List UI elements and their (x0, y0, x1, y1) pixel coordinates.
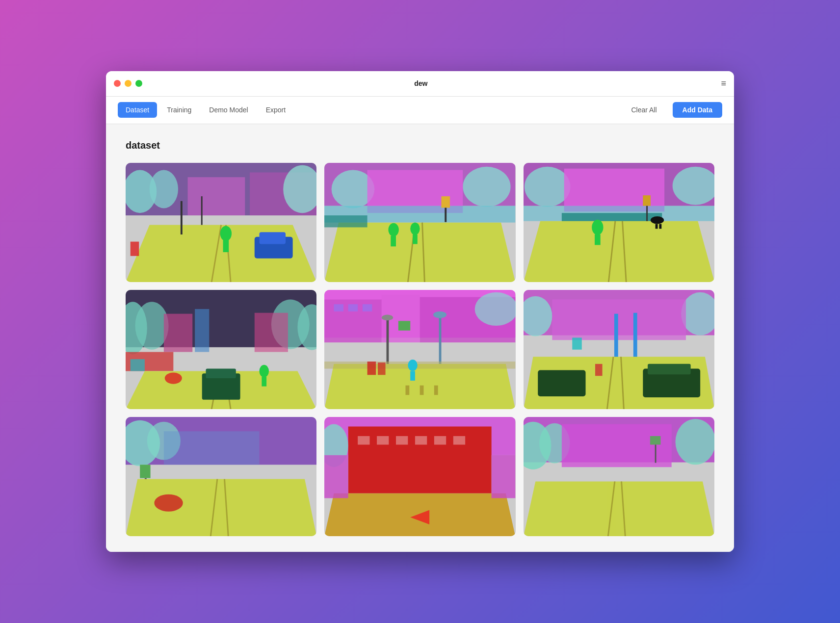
svg-rect-52 (164, 313, 192, 352)
nav-bar: Dataset Training Demo Model Export Clear… (106, 97, 734, 124)
svg-rect-129 (650, 436, 660, 445)
svg-rect-61 (206, 368, 236, 378)
svg-rect-69 (334, 304, 343, 312)
close-button[interactable] (114, 80, 121, 87)
svg-rect-10 (260, 232, 286, 244)
svg-rect-86 (434, 385, 438, 394)
svg-rect-12 (223, 240, 229, 252)
svg-rect-118 (453, 436, 465, 445)
image-card-1[interactable] (126, 163, 316, 282)
svg-rect-43 (646, 206, 648, 221)
svg-rect-42 (643, 195, 651, 206)
svg-rect-63 (262, 377, 266, 386)
svg-rect-25 (391, 235, 396, 246)
tab-export[interactable]: Export (258, 102, 293, 118)
svg-point-64 (165, 372, 182, 384)
svg-rect-85 (420, 385, 424, 394)
svg-rect-56 (131, 359, 145, 371)
image-card-8[interactable] (324, 417, 515, 536)
svg-rect-81 (368, 362, 376, 375)
svg-point-40 (592, 219, 603, 234)
svg-rect-84 (406, 385, 410, 394)
svg-rect-116 (415, 436, 427, 445)
svg-point-62 (260, 365, 269, 377)
clear-all-button[interactable]: Clear All (621, 102, 666, 118)
svg-point-24 (389, 223, 399, 236)
svg-rect-46 (659, 224, 661, 229)
svg-point-32 (525, 166, 570, 207)
svg-rect-90 (552, 299, 686, 340)
image-card-6[interactable] (524, 290, 714, 409)
svg-rect-29 (445, 208, 447, 222)
svg-rect-30 (324, 215, 368, 227)
image-card-9[interactable] (524, 417, 714, 536)
svg-rect-80 (411, 371, 416, 380)
svg-rect-82 (378, 363, 386, 375)
svg-rect-104 (164, 431, 260, 465)
svg-rect-115 (396, 436, 408, 445)
svg-marker-21 (324, 222, 515, 282)
svg-point-127 (675, 419, 714, 465)
svg-rect-100 (572, 337, 581, 349)
svg-marker-107 (126, 479, 316, 537)
svg-marker-131 (524, 482, 714, 537)
svg-point-76 (433, 312, 446, 318)
svg-rect-73 (387, 318, 389, 366)
svg-rect-114 (377, 436, 389, 445)
svg-rect-41 (595, 234, 601, 244)
svg-rect-13 (181, 201, 183, 234)
svg-rect-105 (140, 465, 150, 478)
svg-rect-97 (648, 364, 691, 374)
tab-training[interactable]: Training (159, 102, 199, 118)
svg-rect-113 (358, 436, 369, 445)
image-card-5[interactable] (324, 290, 515, 409)
svg-rect-54 (255, 313, 288, 352)
svg-point-44 (651, 216, 664, 224)
svg-rect-130 (655, 445, 656, 463)
add-data-button[interactable]: Add Data (673, 102, 722, 118)
menu-icon[interactable]: ≡ (721, 79, 726, 88)
svg-rect-98 (538, 370, 585, 396)
svg-point-110 (154, 494, 183, 512)
svg-point-49 (135, 302, 168, 349)
image-card-4[interactable] (126, 290, 316, 409)
svg-rect-14 (201, 196, 203, 225)
title-bar: dew ≡ (106, 71, 734, 97)
svg-marker-37 (524, 221, 714, 282)
svg-rect-99 (595, 364, 603, 376)
svg-rect-121 (324, 455, 348, 498)
svg-point-79 (408, 360, 418, 371)
svg-rect-15 (131, 241, 139, 256)
svg-rect-117 (434, 436, 446, 445)
svg-rect-53 (195, 309, 209, 352)
section-title: dataset (126, 140, 714, 151)
svg-rect-70 (348, 304, 358, 312)
main-content: dataset (106, 124, 734, 552)
image-card-3[interactable] (524, 163, 714, 282)
tab-dataset[interactable]: Dataset (118, 102, 157, 118)
svg-rect-78 (324, 362, 515, 369)
svg-point-26 (411, 222, 420, 234)
svg-point-11 (220, 226, 232, 241)
svg-rect-75 (439, 316, 442, 366)
app-title: dew (121, 79, 721, 87)
svg-point-2 (150, 170, 178, 208)
svg-rect-71 (363, 304, 372, 312)
svg-point-74 (382, 314, 393, 320)
svg-rect-45 (655, 224, 657, 229)
svg-point-18 (463, 166, 511, 207)
svg-rect-27 (413, 234, 418, 243)
image-card-7[interactable] (126, 417, 316, 536)
svg-rect-122 (492, 455, 516, 498)
app-window: dew ≡ Dataset Training Demo Model Export… (106, 71, 734, 552)
image-card-2[interactable] (324, 163, 515, 282)
svg-rect-28 (442, 196, 450, 208)
tab-demo-model[interactable]: Demo Model (201, 102, 256, 118)
svg-rect-3 (188, 177, 245, 215)
image-grid (126, 163, 714, 537)
svg-rect-83 (398, 321, 410, 330)
